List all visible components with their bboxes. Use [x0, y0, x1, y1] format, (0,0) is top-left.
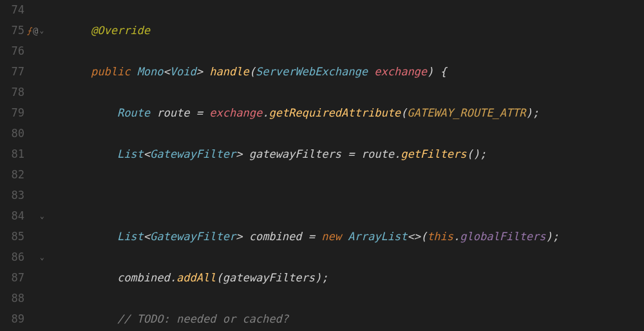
variable: route — [156, 106, 189, 119]
line-number: 85 — [5, 227, 24, 247]
method-name: handle — [209, 65, 249, 78]
fold-icon[interactable]: ⌄ — [39, 24, 44, 38]
type: Mono — [137, 65, 164, 78]
line-number: 77 — [5, 62, 24, 82]
variable: combined — [249, 230, 302, 243]
argument: gatewayFilters — [223, 271, 315, 284]
type: ServerWebExchange — [256, 65, 368, 78]
gutter-row[interactable]: 75⨍@⌄ — [0, 21, 59, 41]
gutter-row[interactable]: 88 — [0, 288, 59, 309]
keyword: public — [91, 65, 130, 78]
code-area[interactable]: @Override public Mono<Void> handle(Serve… — [64, 0, 644, 331]
identifier: combined — [117, 271, 170, 284]
line-number: 75 — [5, 21, 24, 41]
gutter-row[interactable]: 86⌄ — [0, 247, 59, 268]
type: Void — [170, 65, 196, 78]
gutter-row[interactable]: 77 — [0, 62, 59, 82]
type: List — [117, 230, 144, 243]
gutter-row[interactable]: 85 — [0, 227, 59, 247]
code-line[interactable]: public Mono<Void> handle(ServerWebExchan… — [64, 62, 644, 82]
operator: = — [196, 106, 203, 119]
gutter-row[interactable]: 83 — [0, 185, 59, 206]
line-number: 81 — [5, 144, 24, 165]
line-number: 87 — [5, 268, 24, 288]
line-number: 86 — [5, 247, 24, 268]
at-icon: @ — [33, 23, 38, 39]
comment: // TODO: needed or cached? — [117, 312, 289, 325]
line-number: 74 — [5, 0, 24, 21]
gutter-row[interactable]: 78 — [0, 82, 59, 103]
method-call: getFilters — [401, 147, 466, 160]
type: GatewayFilter — [150, 230, 236, 243]
keyword: this — [427, 230, 453, 243]
code-line[interactable]: // TODO: needed or cached? — [64, 309, 644, 330]
gutter: 74 75⨍@⌄ 76 77 78 79 80 81 82 83 84⌄ 85 … — [0, 0, 64, 331]
code-line[interactable]: combined.addAll(gatewayFilters); — [64, 268, 644, 288]
brace: { — [440, 65, 447, 78]
line-number: 84 — [5, 206, 24, 227]
identifier: route — [361, 147, 394, 160]
gutter-row[interactable]: 81 — [0, 144, 59, 165]
keyword: new — [321, 230, 341, 243]
code-line[interactable]: List<GatewayFilter> gatewayFilters = rou… — [64, 144, 644, 165]
line-number: 82 — [5, 165, 24, 185]
type: GatewayFilter — [150, 147, 236, 160]
code-line[interactable]: List<GatewayFilter> combined = new Array… — [64, 227, 644, 247]
fold-icon[interactable]: ⌄ — [40, 251, 44, 265]
code-line[interactable]: @Override — [64, 21, 644, 41]
type: List — [117, 147, 144, 160]
fold-icon[interactable]: ⌄ — [40, 210, 44, 223]
gutter-row[interactable]: 80 — [0, 124, 59, 144]
line-number: 88 — [5, 288, 24, 309]
gutter-row[interactable]: 84⌄ — [0, 206, 59, 227]
line-number: 89 — [5, 309, 24, 330]
gutter-row[interactable]: 82 — [0, 165, 59, 185]
method-call: getRequiredAttribute — [269, 106, 401, 119]
code-line[interactable]: Route route = exchange.getRequiredAttrib… — [64, 103, 644, 124]
implementation-icon[interactable]: ⨍ — [27, 23, 32, 39]
identifier: exchange — [209, 106, 262, 119]
constant: GATEWAY_ROUTE_ATTR — [407, 106, 526, 119]
gutter-row[interactable]: 89 — [0, 309, 59, 330]
gutter-row[interactable]: 76 — [0, 41, 59, 62]
code-editor: 74 75⨍@⌄ 76 77 78 79 80 81 82 83 84⌄ 85 … — [0, 0, 644, 331]
type: ArrayList — [348, 230, 407, 243]
variable: gatewayFilters — [249, 147, 341, 160]
line-number: 83 — [5, 185, 24, 206]
gutter-row[interactable]: 79 — [0, 103, 59, 124]
annotation: @Override — [91, 24, 150, 37]
gutter-row[interactable]: 74 — [0, 0, 59, 21]
parameter: exchange — [374, 65, 427, 78]
code-line[interactable] — [64, 185, 644, 206]
field: globalFilters — [460, 230, 545, 243]
line-number: 80 — [5, 124, 24, 144]
gutter-row[interactable]: 87 — [0, 268, 59, 288]
line-number: 76 — [5, 41, 24, 62]
line-number: 78 — [5, 82, 24, 103]
type: Route — [117, 106, 150, 119]
line-number: 79 — [5, 103, 24, 124]
method-call: addAll — [176, 271, 216, 284]
